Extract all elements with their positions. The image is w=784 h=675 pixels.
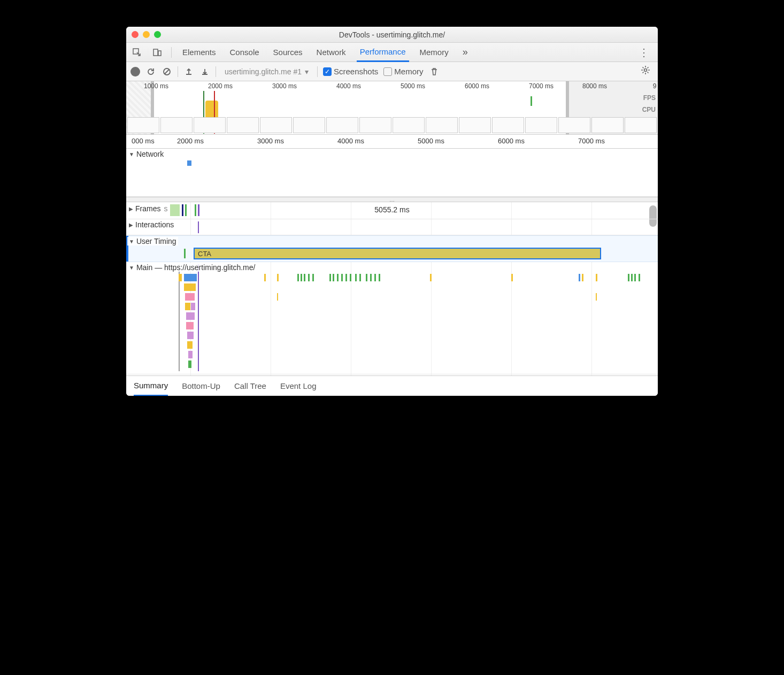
frame-bar[interactable]: [195, 204, 196, 216]
task[interactable]: [186, 312, 195, 320]
memory-checkbox[interactable]: Memory: [383, 67, 423, 76]
task[interactable]: [304, 274, 305, 281]
task[interactable]: [359, 274, 361, 281]
tab-bottom-up[interactable]: Bottom-Up: [182, 376, 220, 396]
thumbnail[interactable]: [260, 117, 292, 133]
task[interactable]: [374, 274, 376, 281]
task[interactable]: [639, 274, 640, 281]
task[interactable]: [596, 293, 597, 301]
task[interactable]: [184, 283, 196, 291]
download-icon[interactable]: [199, 66, 210, 77]
thumbnail[interactable]: [625, 117, 657, 133]
user-timing-header[interactable]: ▼ User Timing: [127, 237, 178, 246]
screenshots-checkbox[interactable]: ✓ Screenshots: [323, 67, 378, 76]
tab-memory[interactable]: Memory: [417, 43, 452, 62]
task[interactable]: [355, 274, 357, 281]
main-track[interactable]: ▼ Main — https://usertiming.glitch.me/: [126, 262, 658, 374]
task[interactable]: [333, 274, 334, 281]
task[interactable]: [511, 274, 513, 281]
overview-panel[interactable]: 1000 ms 2000 ms 3000 ms 4000 ms 5000 ms …: [126, 81, 658, 135]
main-header[interactable]: ▼ Main — https://usertiming.glitch.me/: [127, 263, 257, 272]
minimize-icon[interactable]: [143, 31, 150, 38]
task[interactable]: [277, 293, 278, 301]
task[interactable]: [337, 274, 339, 281]
thumbnail[interactable]: [459, 117, 491, 133]
flame-chart[interactable]: ▶ Frames s 5055.2 ms ▶ Interactions ▼: [126, 202, 658, 375]
task[interactable]: [379, 274, 380, 281]
task[interactable]: [297, 274, 299, 281]
task[interactable]: [188, 351, 193, 358]
user-timing-track[interactable]: ▼ User Timing CTA: [126, 235, 658, 262]
frame-bar[interactable]: [198, 204, 199, 216]
splitter[interactable]: …: [126, 197, 658, 202]
task[interactable]: [301, 274, 302, 281]
thumbnail[interactable]: [227, 117, 259, 133]
inspect-icon[interactable]: [130, 46, 143, 59]
task[interactable]: [264, 274, 266, 281]
task[interactable]: [187, 341, 193, 349]
interactions-header[interactable]: ▶ Interactions: [127, 220, 175, 229]
tab-performance[interactable]: Performance: [357, 43, 409, 62]
task[interactable]: [579, 274, 580, 281]
thumbnail[interactable]: [359, 117, 391, 133]
task[interactable]: [631, 274, 633, 281]
interactions-track[interactable]: ▶ Interactions: [126, 219, 658, 235]
frame-bar[interactable]: [185, 204, 187, 216]
tab-elements[interactable]: Elements: [179, 43, 219, 62]
task[interactable]: [186, 322, 194, 329]
network-track[interactable]: ▼ Network: [126, 149, 658, 197]
task[interactable]: [628, 274, 629, 281]
frames-track[interactable]: ▶ Frames s 5055.2 ms: [126, 202, 658, 219]
device-icon[interactable]: [151, 46, 164, 59]
task[interactable]: [634, 274, 636, 281]
thumbnail[interactable]: [558, 117, 590, 133]
network-header[interactable]: ▼ Network: [127, 150, 165, 158]
settings-icon[interactable]: [637, 65, 654, 78]
tab-summary[interactable]: Summary: [134, 376, 168, 396]
clear-icon[interactable]: [162, 66, 172, 77]
task[interactable]: [329, 274, 331, 281]
thumbnail[interactable]: [293, 117, 325, 133]
network-request[interactable]: [187, 160, 191, 166]
close-icon[interactable]: [132, 31, 139, 38]
task[interactable]: [596, 274, 597, 281]
task[interactable]: [187, 332, 194, 339]
maximize-icon[interactable]: [154, 31, 161, 38]
upload-icon[interactable]: [183, 66, 194, 77]
task[interactable]: [345, 274, 347, 281]
task[interactable]: [191, 303, 195, 310]
task[interactable]: [350, 274, 351, 281]
recording-select[interactable]: usertiming.glitch.me #1 ▾: [221, 66, 312, 77]
menu-icon[interactable]: ⋮: [634, 46, 654, 59]
timing-mark[interactable]: [184, 249, 186, 258]
task[interactable]: [184, 274, 197, 281]
trash-icon[interactable]: [429, 66, 440, 77]
tab-network[interactable]: Network: [313, 43, 349, 62]
task[interactable]: [430, 274, 432, 281]
task[interactable]: [185, 303, 190, 310]
tab-call-tree[interactable]: Call Tree: [234, 376, 266, 396]
task[interactable]: [582, 274, 583, 281]
thumbnail[interactable]: [393, 117, 425, 133]
thumbnail[interactable]: [127, 117, 159, 133]
tab-event-log[interactable]: Event Log: [280, 376, 317, 396]
thumbnail[interactable]: [326, 117, 358, 133]
thumbnail[interactable]: [426, 117, 458, 133]
frame-bar[interactable]: [182, 204, 183, 216]
thumbnail[interactable]: [160, 117, 193, 133]
cta-measure[interactable]: CTA: [194, 248, 601, 259]
thumbnail[interactable]: [525, 117, 557, 133]
tab-console[interactable]: Console: [227, 43, 263, 62]
record-button[interactable]: [130, 67, 140, 76]
frame-block[interactable]: [170, 204, 180, 216]
task[interactable]: [185, 293, 195, 301]
task[interactable]: [312, 274, 314, 281]
tab-sources[interactable]: Sources: [270, 43, 306, 62]
thumbnail[interactable]: [591, 117, 624, 133]
task[interactable]: [341, 274, 343, 281]
task[interactable]: [370, 274, 372, 281]
thumbnail[interactable]: [194, 117, 226, 133]
reload-icon[interactable]: [145, 66, 156, 77]
task[interactable]: [308, 274, 310, 281]
frames-header[interactable]: ▶ Frames s: [127, 204, 169, 213]
